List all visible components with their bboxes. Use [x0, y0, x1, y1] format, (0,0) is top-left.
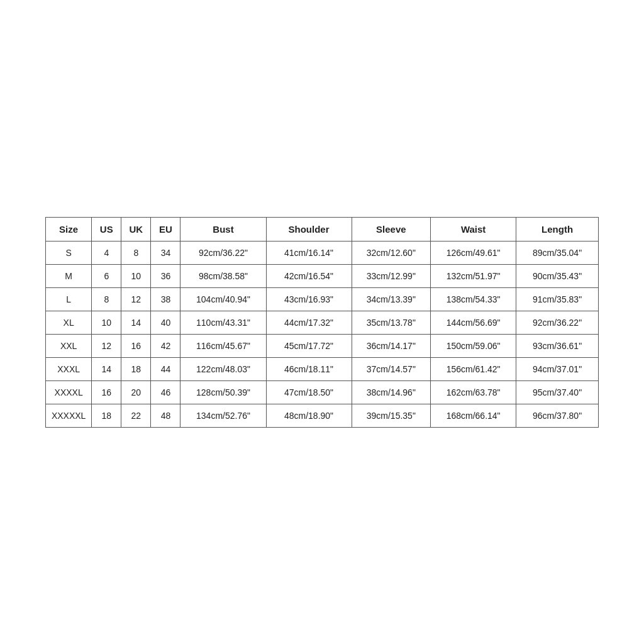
cell-shoulder: 43cm/16.93": [266, 287, 352, 311]
cell-shoulder: 41cm/16.14": [266, 241, 352, 264]
cell-us: 14: [92, 357, 121, 380]
cell-eu: 40: [151, 311, 180, 334]
cell-length: 94cm/37.01": [516, 357, 599, 380]
header-length: Length: [516, 217, 599, 241]
header-size: Size: [46, 217, 92, 241]
table-row: L81238104cm/40.94"43cm/16.93"34cm/13.39"…: [46, 287, 599, 311]
cell-sleeve: 38cm/14.96": [352, 380, 431, 404]
cell-shoulder: 44cm/17.32": [266, 311, 352, 334]
table-row: XXXL141844122cm/48.03"46cm/18.11"37cm/14…: [46, 357, 599, 380]
cell-sleeve: 35cm/13.78": [352, 311, 431, 334]
cell-bust: 110cm/43.31": [180, 311, 266, 334]
cell-us: 6: [92, 264, 121, 287]
cell-length: 91cm/35.83": [516, 287, 599, 311]
cell-size: S: [46, 241, 92, 264]
cell-bust: 134cm/52.76": [180, 404, 266, 427]
cell-uk: 12: [121, 287, 151, 311]
cell-uk: 8: [121, 241, 151, 264]
cell-sleeve: 36cm/14.17": [352, 334, 431, 357]
cell-shoulder: 48cm/18.90": [266, 404, 352, 427]
cell-length: 93cm/36.61": [516, 334, 599, 357]
cell-size: L: [46, 287, 92, 311]
cell-eu: 46: [151, 380, 180, 404]
header-sleeve: Sleeve: [352, 217, 431, 241]
cell-us: 8: [92, 287, 121, 311]
cell-waist: 144cm/56.69": [431, 311, 516, 334]
cell-shoulder: 46cm/18.11": [266, 357, 352, 380]
table-row: M6103698cm/38.58"42cm/16.54"33cm/12.99"1…: [46, 264, 599, 287]
cell-size: XXXL: [46, 357, 92, 380]
cell-uk: 22: [121, 404, 151, 427]
table-header-row: Size US UK EU Bust Shoulder Sleeve Waist…: [46, 217, 599, 241]
cell-eu: 38: [151, 287, 180, 311]
cell-bust: 104cm/40.94": [180, 287, 266, 311]
table-row: XL101440110cm/43.31"44cm/17.32"35cm/13.7…: [46, 311, 599, 334]
cell-shoulder: 45cm/17.72": [266, 334, 352, 357]
header-us: US: [92, 217, 121, 241]
cell-length: 96cm/37.80": [516, 404, 599, 427]
cell-waist: 126cm/49.61": [431, 241, 516, 264]
header-shoulder: Shoulder: [266, 217, 352, 241]
header-eu: EU: [151, 217, 180, 241]
size-chart-container: Size US UK EU Bust Shoulder Sleeve Waist…: [45, 217, 599, 428]
header-waist: Waist: [431, 217, 516, 241]
cell-us: 16: [92, 380, 121, 404]
cell-uk: 16: [121, 334, 151, 357]
size-chart-table: Size US UK EU Bust Shoulder Sleeve Waist…: [45, 217, 599, 428]
cell-sleeve: 34cm/13.39": [352, 287, 431, 311]
cell-eu: 36: [151, 264, 180, 287]
cell-eu: 44: [151, 357, 180, 380]
cell-size: XXXXL: [46, 380, 92, 404]
cell-waist: 162cm/63.78": [431, 380, 516, 404]
cell-length: 90cm/35.43": [516, 264, 599, 287]
cell-shoulder: 42cm/16.54": [266, 264, 352, 287]
cell-size: XXL: [46, 334, 92, 357]
cell-bust: 128cm/50.39": [180, 380, 266, 404]
cell-size: M: [46, 264, 92, 287]
cell-sleeve: 33cm/12.99": [352, 264, 431, 287]
cell-eu: 34: [151, 241, 180, 264]
table-row: S483492cm/36.22"41cm/16.14"32cm/12.60"12…: [46, 241, 599, 264]
cell-length: 95cm/37.40": [516, 380, 599, 404]
table-row: XXXXL162046128cm/50.39"47cm/18.50"38cm/1…: [46, 380, 599, 404]
table-row: XXXXXL182248134cm/52.76"48cm/18.90"39cm/…: [46, 404, 599, 427]
cell-us: 10: [92, 311, 121, 334]
header-bust: Bust: [180, 217, 266, 241]
cell-us: 18: [92, 404, 121, 427]
cell-bust: 122cm/48.03": [180, 357, 266, 380]
cell-waist: 156cm/61.42": [431, 357, 516, 380]
cell-eu: 42: [151, 334, 180, 357]
cell-waist: 138cm/54.33": [431, 287, 516, 311]
cell-sleeve: 32cm/12.60": [352, 241, 431, 264]
cell-size: XL: [46, 311, 92, 334]
cell-us: 12: [92, 334, 121, 357]
cell-sleeve: 37cm/14.57": [352, 357, 431, 380]
cell-us: 4: [92, 241, 121, 264]
cell-shoulder: 47cm/18.50": [266, 380, 352, 404]
cell-uk: 20: [121, 380, 151, 404]
cell-uk: 18: [121, 357, 151, 380]
cell-eu: 48: [151, 404, 180, 427]
cell-waist: 132cm/51.97": [431, 264, 516, 287]
cell-size: XXXXXL: [46, 404, 92, 427]
table-row: XXL121642116cm/45.67"45cm/17.72"36cm/14.…: [46, 334, 599, 357]
cell-length: 92cm/36.22": [516, 311, 599, 334]
cell-sleeve: 39cm/15.35": [352, 404, 431, 427]
header-uk: UK: [121, 217, 151, 241]
cell-bust: 116cm/45.67": [180, 334, 266, 357]
cell-bust: 92cm/36.22": [180, 241, 266, 264]
cell-waist: 168cm/66.14": [431, 404, 516, 427]
cell-waist: 150cm/59.06": [431, 334, 516, 357]
cell-length: 89cm/35.04": [516, 241, 599, 264]
cell-uk: 10: [121, 264, 151, 287]
cell-uk: 14: [121, 311, 151, 334]
cell-bust: 98cm/38.58": [180, 264, 266, 287]
